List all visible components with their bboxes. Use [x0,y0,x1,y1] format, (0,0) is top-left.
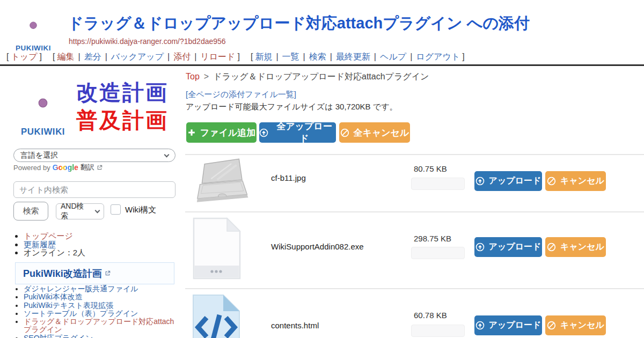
list-item: ドラッグ＆ドロップアップロード対応attachプラグイン [24,318,177,334]
site-logo-text: 改造計画 普及計画 [76,78,169,134]
nav-link-edit[interactable]: 編集 [57,52,74,61]
nav-link-backup[interactable]: バックアップ [111,52,164,61]
upload-button[interactable]: アップロード [474,171,542,191]
list-item: PukiWiki本体改造 [24,293,177,301]
sidebar-link-common-files[interactable]: ダジャレンジャー版共通ファイル [24,284,138,293]
chevron-down-icon [95,208,100,214]
file-size: 80.75 KB [414,164,447,173]
cancel-button[interactable]: キャンセル [545,237,606,257]
nav-link-help[interactable]: ヘルプ [380,52,406,61]
upload-button[interactable]: アップロード [474,237,542,257]
upload-circle-icon [259,128,268,137]
sidebar-link-seo-plugin[interactable]: SEO対応プラグイン [24,334,93,338]
powered-by-label: Powered by [13,164,50,172]
upload-label: アップロード [489,241,541,253]
upload-label: アップロード [489,175,541,187]
nav-bracket: [ [53,52,55,61]
nav-separator: | [276,52,278,61]
wiki-syntax-checkbox[interactable] [111,204,121,215]
file-name: contents.html [271,321,319,330]
nav-link-top[interactable]: トップ [11,52,37,61]
sidebar-section-heading[interactable]: PukiWiki改造計画 [15,262,174,284]
list-item: PukiWikiテキスト表現拡張 [24,302,177,310]
nav-link-new[interactable]: 新規 [255,52,272,61]
nav-separator: | [410,52,412,61]
breadcrumb-top-link[interactable]: Top [186,72,200,81]
upload-all-button[interactable]: 全アップロード [259,122,336,143]
search-mode-value: AND検索 [61,202,91,221]
external-link-icon [97,165,103,171]
nav-separator: | [194,52,196,61]
nav-link-logout[interactable]: ログアウト [416,52,460,61]
nav-bracket: ] [462,52,464,61]
list-item: ダジャレンジャー版共通ファイル [24,285,177,293]
nav-link-search[interactable]: 検索 [309,52,326,61]
ban-circle-icon [547,177,556,186]
language-select-value: 言語を選択 [20,151,58,160]
sidebar-link-top-page[interactable]: トップページ [24,231,73,240]
cancel-all-label: 全キャンセル [354,127,409,139]
ban-circle-icon [340,128,349,137]
cancel-button[interactable]: キャンセル [545,171,606,191]
upload-button[interactable]: アップロード [474,315,542,335]
nav-link-attach[interactable]: 添付 [173,52,191,61]
nav-separator: | [303,52,305,61]
sidebar-link-recent-changes[interactable]: 更新履歴 [24,240,56,249]
sidebar-site-logo[interactable]: 改造計画 普及計画 [11,74,169,138]
cancel-all-button[interactable]: 全キャンセル [339,122,410,143]
sidebar-plugin-links: ダジャレンジャー版共通ファイル PukiWiki本体改造 PukiWikiテキス… [24,285,177,338]
search-mode-select[interactable]: AND検索 [56,203,104,219]
attachment-list-link[interactable]: [全ページの添付ファイル一覧] [186,90,296,100]
chevron-down-icon [164,152,170,157]
language-select[interactable]: 言語を選択 [13,149,175,162]
external-link-icon [105,270,111,276]
plus-icon [187,128,196,137]
nav-bracket: [ [6,52,9,61]
nav-separator: | [105,52,107,61]
file-row-cf-b11: cf-b11.jpg 80.75 KB アップロード キャンセル [185,154,644,211]
nav-separator: | [330,52,332,61]
logo-line-kaizo: 改造計画 [76,78,169,106]
nav-bracket: ] [40,52,42,61]
pukiwiki-atom-icon [11,74,75,138]
nav-link-recent[interactable]: 最終更新 [336,52,370,61]
site-search-input[interactable] [13,181,175,198]
translate-link[interactable]: 翻訳 [80,163,94,172]
search-button[interactable]: 検索 [13,202,48,221]
cancel-button[interactable]: キャンセル [545,315,606,335]
list-item: トップページ [24,232,85,240]
cancel-label: キャンセル [560,320,604,331]
nav-link-diff[interactable]: 差分 [84,52,101,61]
translate-attribution: Powered by Google 翻訳 [13,163,103,172]
upload-circle-icon [475,243,485,252]
header-divider [0,64,644,66]
wiki-syntax-label: Wiki構文 [125,205,156,215]
upload-circle-icon [475,321,485,330]
list-item: 更新履歴 [24,240,85,249]
file-name: cf-b11.jpg [271,173,306,182]
upload-all-label: 全アップロード [273,120,336,145]
cancel-label: キャンセル [560,241,604,253]
nav-link-list[interactable]: 一覧 [282,52,299,61]
sidebar-link-core-mods[interactable]: PukiWiki本体改造 [24,292,83,301]
logo-line-fukyu: 普及計画 [76,106,169,134]
sidebar-link-dnd-attach[interactable]: ドラッグ＆ドロップアップロード対応attachプラグイン [24,317,174,334]
upload-label: アップロード [489,320,541,331]
file-name: WikiSupportAddin082.exe [271,242,364,251]
html-file-icon [189,293,243,338]
google-logo: Google [53,163,78,172]
add-file-button[interactable]: ファイル追加 [186,122,257,143]
section-heading-label: PukiWiki改造計画 [23,267,102,280]
add-file-label: ファイル追加 [200,127,256,139]
list-item: ソートテーブル（表）プラグイン [24,310,177,318]
page-url-link[interactable]: https://pukiwiki.dajya-ranger.com/?1bd2d… [69,37,226,46]
sidebar-quick-links: トップページ 更新履歴 オンライン：2人 [24,232,85,257]
upload-circle-icon [475,177,485,186]
pukiwiki-logo[interactable] [8,2,59,54]
progress-bar [411,325,465,337]
nav-separator: | [167,52,170,61]
nav-link-reload[interactable]: リロード [200,52,235,61]
sidebar-link-sort-table[interactable]: ソートテーブル（表）プラグイン [24,309,138,318]
nav-separator: | [78,52,80,61]
sidebar-link-text-ext[interactable]: PukiWikiテキスト表現拡張 [24,301,113,310]
